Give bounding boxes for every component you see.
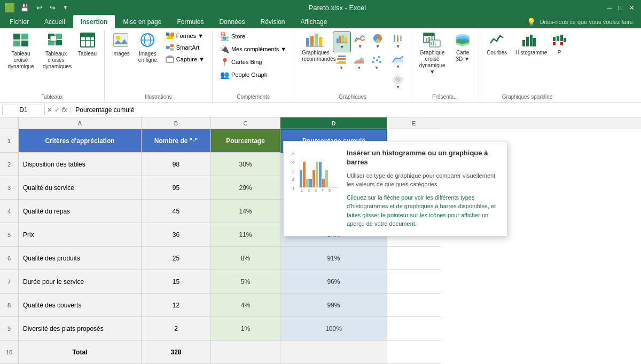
cell-c6[interactable]: 8% [211,247,280,270]
formes-btn[interactable]: Formes ▼ [162,30,208,41]
graphiques-recommandes-btn[interactable]: Graphiquesrecommandés [299,30,332,65]
cell-c5[interactable]: 11% [211,223,280,247]
bing-maps-btn[interactable]: 📍 Cartes Bing [217,56,265,68]
restore-button[interactable]: □ [616,3,624,13]
cell-c9[interactable]: 1% [211,317,280,341]
cell-b4[interactable]: 45 [142,200,211,223]
cell-b10[interactable]: 328 [142,341,211,364]
images-btn[interactable]: Images [109,30,133,59]
row-num-5[interactable]: 5 [0,223,18,247]
courbes-sparkline-btn[interactable]: Courbes [483,30,510,58]
cell-d7[interactable]: 96% [280,270,387,294]
cell-c1[interactable]: Pourcentage [211,129,280,153]
cell-b2[interactable]: 98 [142,153,211,176]
cell-d10[interactable] [280,341,387,364]
formula-fx-icon[interactable]: fx [62,106,67,114]
cell-a7[interactable]: Durée pour le service [19,270,142,294]
cell-b8[interactable]: 12 [142,294,211,317]
row-num-1[interactable]: 1 [0,129,18,153]
cell-e10[interactable] [387,341,441,364]
row-num-4[interactable]: 4 [0,200,18,223]
cell-d6[interactable]: 91% [280,247,387,270]
tableaux-croises-btn[interactable]: Tableaux croisésdynamiques [40,30,73,72]
cell-a10[interactable]: Total [19,341,142,364]
capture-btn[interactable]: Capture ▼ [162,54,208,65]
cell-reference[interactable]: D1 [2,105,45,115]
col-header-a[interactable]: A [19,117,142,129]
surface-btn[interactable]: ▼ [389,52,407,72]
stock-btn[interactable]: ▼ [389,31,407,51]
smartart-btn[interactable]: SmartArt [162,42,208,53]
row-num-6[interactable]: 6 [0,247,18,270]
cell-e9[interactable] [387,317,441,341]
cell-c8[interactable]: 4% [211,294,280,317]
row-num-2[interactable]: 2 [0,153,18,176]
quick-access-dropdown[interactable]: ▼ [61,4,70,11]
row-num-8[interactable]: 8 [0,294,18,317]
cell-a3[interactable]: Qualité du service [19,176,142,200]
cell-a4[interactable]: Qualité du repas [19,200,142,223]
cell-a8[interactable]: Qualité des couverts [19,294,142,317]
quick-access-save[interactable]: 💾 [18,3,31,13]
store-btn[interactable]: 🏪 Store [217,30,248,42]
radar-btn[interactable]: ▼ [389,72,407,92]
col-header-d[interactable]: D [280,117,387,129]
cell-b3[interactable]: 95 [142,176,211,200]
cell-a9[interactable]: Diversité des plats proposés [19,317,142,341]
tab-formules[interactable]: Formules [169,15,211,28]
cell-a6[interactable]: Qualité des produits [19,247,142,270]
tab-donnees[interactable]: Données [212,15,252,28]
secteurs-btn[interactable]: ▼ [369,31,386,52]
cell-e7[interactable] [387,270,441,294]
graphique-croise-btn[interactable]: Graphique croisédynamique ▼ [416,30,449,77]
cell-d8[interactable]: 99% [280,294,387,317]
cell-c10[interactable] [211,341,280,364]
courbes-btn[interactable]: ▼ [351,31,369,52]
cell-d9[interactable]: 100% [280,317,387,341]
cell-b1[interactable]: Nombre de "-" [142,129,211,153]
positif-negatif-btn[interactable]: P [548,30,571,58]
histogramme-sparkline-btn[interactable]: Histogramme [512,30,545,58]
cell-b7[interactable]: 15 [142,270,211,294]
cell-c3[interactable]: 29% [211,176,280,200]
tab-mise-en-page[interactable]: Mise en page [115,15,169,28]
tableau-croise-btn[interactable]: Tableau croisédynamique [4,30,37,72]
histogramme-btn[interactable]: ▼ [333,31,351,52]
cell-a2[interactable]: Disposition des tables [19,153,142,176]
nuages-btn[interactable]: ▼ [368,53,385,73]
quick-access-undo[interactable]: ↩ [34,3,44,13]
col-header-b[interactable]: B [142,117,211,129]
images-ligne-btn[interactable]: Imagesen ligne [135,30,160,66]
tab-insertion[interactable]: Insertion [73,15,115,28]
carte-3d-btn[interactable]: Carte3D ▼ [451,30,474,65]
zones-btn[interactable]: ▼ [350,53,368,73]
minimize-button[interactable]: ─ [605,3,614,13]
formula-confirm-icon[interactable]: ✓ [54,106,60,114]
col-header-c[interactable]: C [211,117,280,129]
tab-accueil[interactable]: Accueil [37,15,73,28]
quick-access-redo[interactable]: ↪ [48,3,58,13]
tab-affichage[interactable]: Affichage [293,15,335,28]
row-num-9[interactable]: 9 [0,317,18,341]
row-num-10[interactable]: 10 [0,341,18,364]
barres-btn[interactable]: ▼ [333,53,350,73]
cell-a1[interactable]: Critères d'appréciation [19,129,142,153]
cell-e6[interactable] [387,247,441,270]
col-header-e[interactable]: E [387,117,441,129]
people-graph-btn[interactable]: 👥 Insérer un histogramme ou un graphique… [217,69,271,81]
tab-revision[interactable]: Révision [253,15,292,28]
formula-cancel-icon[interactable]: ✕ [47,106,52,114]
row-num-7[interactable]: 7 [0,270,18,294]
tab-fichier[interactable]: Fichier [2,15,36,28]
cell-a5[interactable]: Prix [19,223,142,247]
cell-e8[interactable] [387,294,441,317]
close-button[interactable]: ✕ [627,3,637,13]
cell-b9[interactable]: 2 [142,317,211,341]
cell-c2[interactable]: 30% [211,153,280,176]
cell-c4[interactable]: 14% [211,200,280,223]
cell-b5[interactable]: 36 [142,223,211,247]
row-num-3[interactable]: 3 [0,176,18,200]
mes-complements-btn[interactable]: 🔌 Mes compléments ▼ [217,43,290,55]
cell-b6[interactable]: 25 [142,247,211,270]
tableau-btn[interactable]: Tableau [75,30,100,59]
